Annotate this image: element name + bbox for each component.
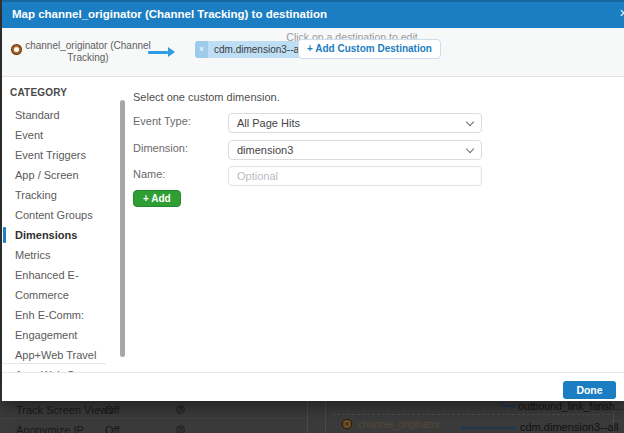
source-variable-icon xyxy=(343,420,351,428)
bg-panel-divider xyxy=(325,401,326,433)
name-label: Name: xyxy=(133,168,165,180)
bg-mapping-destination: cdm.dimension3--all xyxy=(520,421,618,433)
connector-dot xyxy=(511,404,515,408)
sidebar-item-event-triggers[interactable]: Event Triggers xyxy=(2,145,106,165)
bg-setting-label: Anonymize IP xyxy=(16,424,84,433)
sidebar-item-standard[interactable]: Standard xyxy=(2,105,106,125)
sidebar-item-enhanced-ecommerce[interactable]: Enhanced E-Commerce xyxy=(2,265,106,305)
screen: Track Screen Views Off ? Anonymize IP Of… xyxy=(0,0,624,433)
map-destination-modal: Map channel_originator (Channel Tracking… xyxy=(2,0,624,401)
sidebar-item-app-screen-tracking[interactable]: App / Screen Tracking xyxy=(2,165,106,205)
form-instruction: Select one custom dimension. xyxy=(133,91,280,103)
event-type-select[interactable]: All Page Hits xyxy=(228,113,482,133)
sidebar-item-appweb-travel[interactable]: App+Web Travel xyxy=(2,345,106,365)
bg-row-divider xyxy=(332,414,610,415)
destination-bar: Click on a destination to edit channel_o… xyxy=(2,28,624,77)
connector-dot xyxy=(512,426,516,430)
remove-destination-icon[interactable]: × xyxy=(195,41,208,58)
sidebar-item-content-groups[interactable]: Content Groups xyxy=(2,205,106,225)
destination-chip-label[interactable]: cdm.dimension3--all xyxy=(208,41,309,58)
source-variable-icon xyxy=(12,45,21,54)
sidebar-item-dimensions[interactable]: Dimensions xyxy=(2,225,106,245)
chevron-down-icon xyxy=(466,144,474,152)
sidebar-item-event[interactable]: Event xyxy=(2,125,106,145)
done-button[interactable]: Done xyxy=(563,381,616,399)
connector-line xyxy=(463,427,514,429)
dimension-select[interactable]: dimension3 xyxy=(228,140,482,160)
help-icon: ? xyxy=(176,425,185,433)
event-type-label: Event Type: xyxy=(133,115,191,127)
chevron-down-icon xyxy=(466,117,474,125)
bg-mapping-outbound: outbound_link_fansh... xyxy=(518,400,624,412)
close-icon[interactable]: ✕ xyxy=(619,7,624,20)
bg-row-divider xyxy=(0,418,307,419)
add-custom-destination-button[interactable]: + Add Custom Destination xyxy=(298,39,441,59)
modal-header: Map channel_originator (Channel Tracking… xyxy=(2,0,624,28)
bg-setting-label: Track Screen Views xyxy=(16,404,113,416)
sidebar-item-enh-ecomm-engagement[interactable]: Enh E-Comm: Engagement xyxy=(2,305,106,345)
help-icon: ? xyxy=(176,405,185,414)
category-sidebar: CATEGORY Standard Event Event Triggers A… xyxy=(2,77,106,364)
bg-setting-value: Off xyxy=(105,404,119,416)
event-type-value: All Page Hits xyxy=(237,117,467,129)
bg-panel-divider xyxy=(307,401,308,433)
destination-chip[interactable]: × cdm.dimension3--all xyxy=(195,41,309,58)
dimension-label: Dimension: xyxy=(133,142,188,154)
modal-footer: Done xyxy=(2,372,624,401)
sidebar-item-metrics[interactable]: Metrics xyxy=(2,245,106,265)
arrow-right-icon xyxy=(148,47,175,57)
bg-setting-value: Off xyxy=(105,424,119,433)
modal-title: Map channel_originator (Channel Tracking… xyxy=(12,0,327,28)
dimension-value: dimension3 xyxy=(237,144,467,156)
category-header: CATEGORY xyxy=(10,87,106,98)
source-variable-label: channel_originator (Channel Tracking) xyxy=(24,40,152,64)
bg-mapping-source: channel_originator xyxy=(358,419,440,430)
add-button[interactable]: + Add xyxy=(133,190,181,207)
sidebar-scrollbar[interactable] xyxy=(120,100,125,357)
name-input[interactable] xyxy=(228,166,482,186)
